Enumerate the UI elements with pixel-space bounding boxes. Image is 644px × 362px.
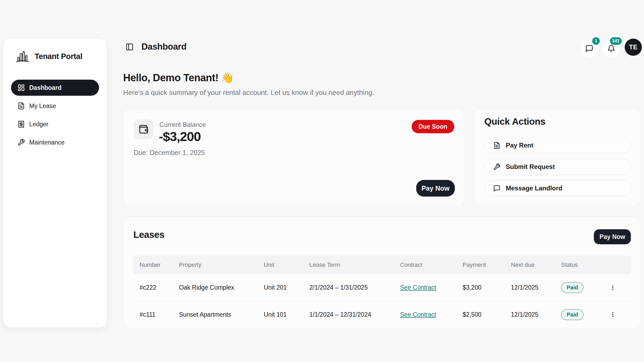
panel-left-icon [126, 43, 134, 51]
dashboard-grid-icon [17, 84, 25, 91]
sidebar-item-dashboard[interactable]: Dashboard [11, 80, 99, 96]
pay-rent-button[interactable]: Pay Rent [484, 138, 631, 153]
sidebar-item-maintenance[interactable]: Maintenance [11, 134, 99, 150]
message-landlord-button[interactable]: Message Landlord [484, 180, 631, 196]
lease-number: #c111 [133, 311, 179, 318]
table-row: #c111 Sunset Apartments Unit 101 1/1/202… [133, 301, 631, 328]
sidebar-item-label: Ledger [29, 121, 49, 128]
status-badge: Paid [561, 309, 584, 320]
tenant-portal-app: Tenant Portal Dashboard My Lease [0, 0, 644, 362]
column-header-next-due: Next due [511, 261, 561, 268]
see-contract-link[interactable]: See Contract [400, 284, 436, 291]
lease-unit: Unit 101 [264, 311, 309, 318]
sidebar-toggle-button[interactable] [126, 43, 135, 52]
action-label: Submit Request [506, 163, 555, 171]
greeting-subtitle: Here's a quick summary of your rental ac… [123, 88, 374, 97]
column-header-property: Property [179, 261, 264, 268]
sidebar: Tenant Portal Dashboard My Lease [3, 38, 107, 328]
pay-now-button[interactable]: Pay Now [416, 180, 455, 197]
lease-term: 1/1/2024 – 12/31/2024 [309, 311, 400, 318]
due-date-text: Due: December 1, 2025 [134, 149, 205, 157]
quick-actions-list: Pay Rent Submit Request Message Landlord [484, 138, 631, 196]
receipt-icon [17, 120, 25, 128]
app-title: Tenant Portal [35, 52, 82, 61]
column-header-lease-term: Lease Term [309, 261, 400, 268]
greeting-title: Hello, Demo Tenant! 👋 [123, 72, 234, 84]
lease-property: Oak Ridge Complex [179, 284, 264, 291]
lease-next-due: 12/1/2025 [511, 311, 561, 318]
see-contract-link[interactable]: See Contract [400, 311, 436, 318]
app-logo: Tenant Portal [3, 38, 107, 64]
leases-table-header: Number Property Unit Lease Term Contract… [133, 256, 631, 274]
row-menu-button[interactable] [608, 282, 618, 294]
lease-property: Sunset Apartments [179, 311, 264, 318]
user-avatar[interactable]: TE [625, 39, 642, 56]
column-header-payment: Payment [463, 261, 511, 268]
balance-card: Current Balance -$3,200 Due Soon Due: De… [123, 109, 464, 206]
balance-amount: -$3,200 [159, 129, 201, 144]
notifications-button[interactable]: 141 [602, 40, 620, 57]
wallet-icon-box [134, 119, 153, 139]
action-label: Message Landlord [506, 184, 562, 192]
city-buildings-icon [15, 49, 30, 64]
wrench-icon [493, 163, 500, 171]
lease-payment: $3,200 [463, 284, 511, 291]
wallet-icon [138, 124, 149, 134]
column-header-contract: Contract [400, 261, 463, 268]
sidebar-nav: Dashboard My Lease Ledger [3, 80, 107, 150]
wrench-icon [17, 139, 25, 146]
sidebar-item-label: Maintenance [29, 139, 65, 146]
sidebar-item-label: My Lease [29, 102, 56, 110]
leases-pay-now-button[interactable]: Pay Now [594, 229, 631, 244]
leases-table: Number Property Unit Lease Term Contract… [133, 256, 631, 328]
status-badge: Paid [561, 282, 584, 293]
notifications-count-badge: 141 [610, 37, 622, 45]
due-soon-badge: Due Soon [412, 120, 454, 133]
lease-unit: Unit 201 [264, 284, 309, 291]
quick-actions-title: Quick Actions [484, 116, 546, 127]
sidebar-item-my-lease[interactable]: My Lease [11, 98, 99, 114]
row-menu-button[interactable] [608, 309, 618, 320]
messages-count-badge: 1 [592, 37, 600, 45]
lease-term: 2/1/2024 – 1/31/2025 [309, 284, 400, 291]
leases-card: Leases Pay Now Number Property Unit Leas… [123, 217, 641, 328]
lease-payment: $2,500 [463, 311, 511, 318]
message-icon [493, 185, 500, 192]
column-header-unit: Unit [264, 261, 309, 268]
chat-bubble-icon [585, 45, 593, 53]
sidebar-item-label: Dashboard [29, 84, 61, 91]
sidebar-item-ledger[interactable]: Ledger [11, 116, 99, 132]
messages-button[interactable]: 1 [580, 40, 598, 57]
quick-actions-card: Quick Actions Pay Rent Submit Request [474, 109, 641, 206]
page-title: Dashboard [141, 42, 186, 52]
kebab-menu-icon [610, 285, 616, 291]
balance-label: Current Balance [159, 121, 206, 128]
bell-icon [607, 45, 615, 53]
column-header-status: Status [561, 261, 608, 268]
leases-title: Leases [133, 229, 164, 240]
lease-number: #c222 [133, 284, 179, 291]
column-header-number: Number [133, 261, 179, 268]
kebab-menu-icon [610, 312, 616, 317]
table-row: #c222 Oak Ridge Complex Unit 201 2/1/202… [133, 274, 631, 301]
lease-next-due: 12/1/2025 [511, 284, 561, 291]
action-label: Pay Rent [506, 142, 533, 149]
submit-request-button[interactable]: Submit Request [484, 159, 631, 175]
file-text-icon [493, 142, 500, 149]
file-text-icon [17, 102, 25, 110]
